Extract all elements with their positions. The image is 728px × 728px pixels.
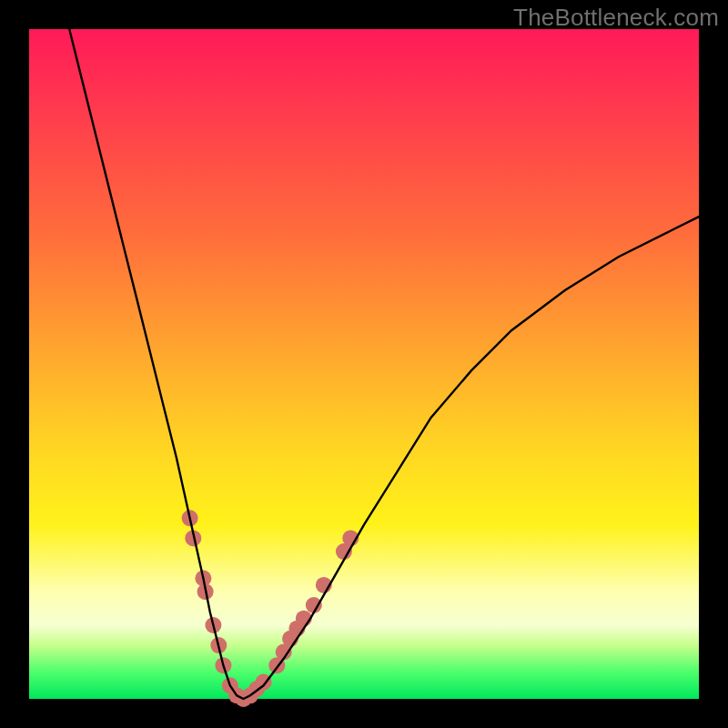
watermark-text: TheBottleneck.com <box>513 4 719 32</box>
outer-frame: TheBottleneck.com <box>0 0 728 728</box>
chart-svg <box>29 29 699 699</box>
bottleneck-curve <box>69 29 699 699</box>
plot-area <box>29 29 699 699</box>
